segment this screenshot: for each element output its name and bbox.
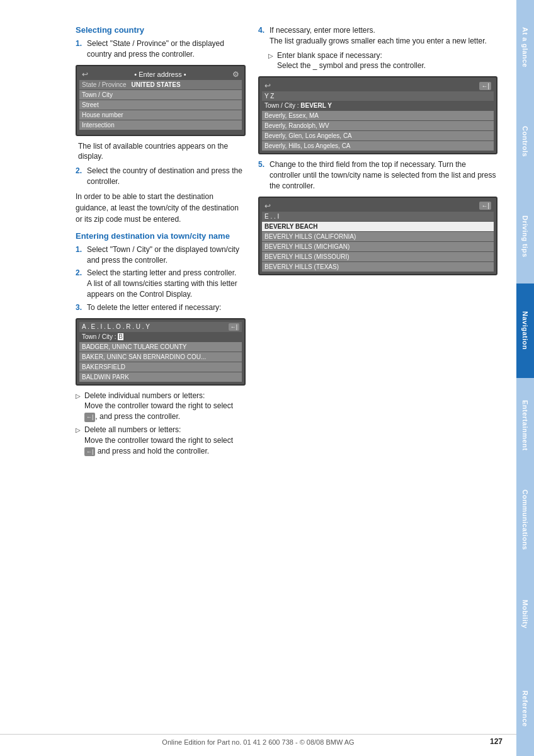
- tab-controls[interactable]: Controls: [516, 94, 534, 189]
- screen4-item3: BEVERLY HILLS (MISSOURI): [262, 252, 494, 261]
- screen3-input: Town / City : B: [79, 332, 242, 341]
- screen1-item-intersection: Intersection: [79, 120, 242, 130]
- screen1-item-house: House number: [79, 110, 242, 120]
- screen2-item3: Beverly, Glen, Los Angeles, CA: [262, 131, 494, 140]
- footer: Online Edition for Part no. 01 41 2 600 …: [0, 734, 516, 746]
- tab-navigation[interactable]: Navigation: [516, 284, 534, 378]
- enter-step-3: 3. To delete the letter entered if neces…: [76, 302, 246, 313]
- delete-all: ▷ Delete all numbers or letters:Move the…: [76, 425, 246, 456]
- enter-step-2: 2. Select the starting letter and press …: [76, 268, 246, 299]
- delete-individual: ▷ Delete individual numbers or letters:M…: [76, 391, 246, 422]
- selecting-country-steps: 1. Select "State / Province" or the disp…: [76, 38, 246, 60]
- tab-entertainment[interactable]: Entertainment: [516, 378, 534, 472]
- tab-mobility[interactable]: Mobility: [516, 567, 534, 662]
- screen2-item4: Beverly, Hills, Los Angeles, CA: [262, 141, 494, 151]
- screen4-keyboard: E . . I: [262, 212, 494, 221]
- screen1-item-street: Street: [79, 100, 242, 110]
- delete-instructions: ▷ Delete individual numbers or letters:M…: [76, 391, 246, 457]
- selecting-country-title: Selecting country: [76, 25, 246, 35]
- step-1: 1. Select "State / Province" or the disp…: [76, 38, 246, 60]
- screen-beverl-y: ↩ ←| Y Z Town / City : BEVERL Y Beverly,…: [258, 76, 497, 154]
- right-column: 4. If necessary, enter more letters.The …: [258, 25, 497, 460]
- screen3-item1: BADGER, UNINC TULARE COUNTY: [79, 342, 242, 352]
- main-content: Selecting country 1. Select "State / Pro…: [0, 0, 516, 756]
- destination-note: In order to be able to start the destina…: [76, 191, 246, 225]
- screen2-back: ↩: [264, 81, 271, 90]
- screen3-item3: BAKERSFIELD: [79, 362, 242, 372]
- screen1-back-arrow: ↩: [82, 70, 88, 79]
- tab-at-a-glance[interactable]: At a glance: [516, 0, 534, 94]
- step-5: 5. Change to the third field from the to…: [258, 159, 497, 191]
- screen4-backspace: ←|: [479, 202, 491, 210]
- right-step4: 4. If necessary, enter more letters.The …: [258, 25, 497, 47]
- screen4-back: ↩: [264, 202, 271, 210]
- screen-keyboard-b: A . E . I . L . O . R . U . Y ←| Town / …: [76, 318, 246, 386]
- screen2-keyboard: Y Z: [262, 91, 494, 101]
- delete-single-icon: ←|: [84, 413, 95, 422]
- step4-blank-space: ▷ Enter blank space if necessary:Select …: [268, 50, 497, 72]
- right-step5: 5. Change to the third field from the to…: [258, 159, 497, 191]
- screen4-item2: BEVERLY HILLS (MICHIGAN): [262, 242, 494, 251]
- screen4-highlight: BEVERLY BEACH: [262, 222, 494, 231]
- screen2-backspace: ←|: [479, 82, 491, 90]
- screen1-header: State / Province UNITED STATES: [79, 80, 242, 89]
- screen2-item2: Beverly, Randolph, WV: [262, 121, 494, 130]
- screen4-item1: BEVERLY HILLS (CALIFORNIA): [262, 232, 494, 241]
- screen4-item4: BEVERLY HILLS (TEXAS): [262, 262, 494, 272]
- screen1-right-icon: ⚙: [232, 70, 239, 79]
- entering-destination-title: Entering destination via town/city name: [76, 231, 246, 241]
- screen1-title: • Enter address •: [88, 71, 232, 78]
- screen2-item1: Beverly, Essex, MA: [262, 111, 494, 120]
- delete-all-icon: ←|: [84, 447, 95, 457]
- step4-sub: ▷ Enter blank space if necessary:Select …: [268, 50, 497, 72]
- screen1-item-town: Town / City: [79, 90, 242, 100]
- screen3-backspace: ←|: [229, 323, 239, 331]
- tab-driving-tips[interactable]: Driving tips: [516, 189, 534, 284]
- step-2: 2. Select the country of destination and…: [76, 166, 246, 187]
- info-text-1: The list of available countries appears …: [76, 141, 246, 163]
- tab-reference[interactable]: Reference: [516, 662, 534, 756]
- tab-bar: At a glance Controls Driving tips Naviga…: [516, 0, 534, 756]
- step-4: 4. If necessary, enter more letters.The …: [258, 25, 497, 47]
- selecting-country-step2: 2. Select the country of destination and…: [76, 166, 246, 187]
- enter-step-1: 1. Select "Town / City" or the displayed…: [76, 244, 246, 266]
- screen-beverly-beach: ↩ ←| E . . I BEVERLY BEACH BEVERLY HILLS…: [258, 197, 497, 275]
- screen2-input: Town / City : BEVERL Y: [262, 101, 494, 110]
- screen3-keyboard: A . E . I . L . O . R . U . Y ←|: [79, 322, 242, 332]
- left-column: Selecting country 1. Select "State / Pro…: [76, 25, 246, 460]
- entering-destination-steps: 1. Select "Town / City" or the displayed…: [76, 244, 246, 313]
- screen3-item4: BALDWIN PARK: [79, 372, 242, 382]
- screen3-item2: BAKER, UNINC SAN BERNARDINO COU...: [79, 352, 242, 362]
- tab-communications[interactable]: Communications: [516, 472, 534, 567]
- screen-enter-address: ↩ • Enter address • ⚙ State / Province U…: [76, 65, 246, 136]
